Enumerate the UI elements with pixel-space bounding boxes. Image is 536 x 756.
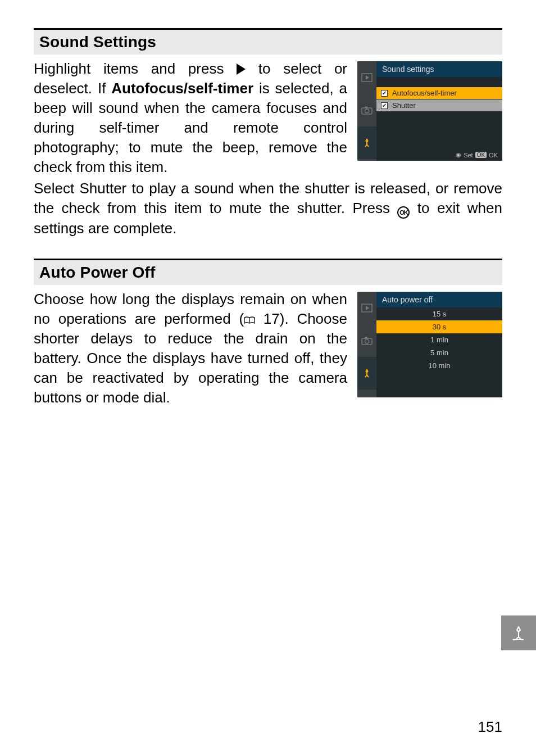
playback-tab-icon	[357, 61, 376, 94]
sound-option-autofocus: ✔ Autofocus/self-timer	[376, 87, 502, 99]
page-number: 151	[478, 718, 502, 736]
apo-option-selected: 30 s	[376, 320, 502, 333]
apo-option: 10 min	[376, 359, 502, 372]
apo-option: 15 s	[376, 307, 502, 320]
auto-power-off-heading: Auto Power Off	[34, 259, 502, 285]
apo-row: Choose how long the displays remain on w…	[34, 289, 502, 408]
svg-point-8	[365, 339, 369, 343]
ok-button-icon: OK	[397, 206, 410, 219]
auto-power-off-screenshot: Auto power off 15 s 30 s 1 min 5 min 10 …	[357, 292, 502, 397]
sound-option-shutter: ✔ Shutter	[376, 99, 502, 111]
apo-options-list: 15 s 30 s 1 min 5 min 10 min	[376, 307, 502, 397]
option-label: Autofocus/self-timer	[392, 89, 457, 97]
playback-tab-icon	[357, 292, 376, 324]
sound-settings-heading: Sound Settings	[34, 28, 502, 55]
text: Highlight items and press	[34, 60, 237, 77]
screenshot-title: Auto power off	[376, 292, 502, 307]
sound-row: Highlight items and press to select or d…	[34, 59, 502, 178]
set-label: Set	[464, 152, 473, 159]
svg-rect-9	[365, 337, 367, 338]
sound-options-list: ✔ Autofocus/self-timer ✔ Shutter	[376, 87, 502, 161]
apo-option: 5 min	[376, 346, 502, 359]
shooting-tab-icon	[357, 94, 376, 126]
manual-page: Sound Settings Highlight items and press…	[0, 0, 536, 756]
menu-tabs	[357, 61, 376, 161]
sound-paragraph-1: Highlight items and press to select or d…	[34, 59, 347, 178]
screenshot-title: Sound settings	[376, 61, 502, 77]
sound-paragraph-2: Select Shutter to play a sound when the …	[34, 179, 502, 238]
apo-paragraph: Choose how long the displays remain on w…	[34, 289, 347, 408]
option-label: Shutter	[392, 101, 416, 110]
dial-icon: ◉	[456, 151, 461, 159]
checkbox-icon: ✔	[381, 102, 388, 109]
setup-tab-icon	[357, 357, 376, 390]
svg-rect-4	[365, 107, 367, 108]
svg-marker-1	[366, 75, 369, 80]
shutter-bold: Shutter	[79, 180, 126, 197]
autofocus-bold: Autofocus/self-timer	[111, 80, 253, 97]
ok-badge-icon: OK	[475, 152, 487, 158]
text: Select	[34, 180, 79, 197]
shooting-tab-icon	[357, 324, 376, 357]
ok-label: OK	[489, 152, 498, 159]
svg-point-3	[365, 109, 369, 113]
screenshot-footer: ◉ Set OK OK	[456, 151, 498, 159]
setup-tab-icon	[357, 126, 376, 159]
sound-settings-screenshot: Sound settings ✔ Autofocus/self-timer ✔ …	[357, 61, 502, 161]
menu-tabs	[357, 292, 376, 397]
setup-section-tab-icon	[501, 615, 536, 650]
right-arrow-icon	[237, 64, 246, 75]
svg-point-11	[513, 639, 515, 641]
apo-option: 1 min	[376, 333, 502, 346]
checkbox-icon: ✔	[381, 90, 388, 97]
svg-marker-6	[366, 306, 369, 310]
book-icon	[244, 310, 255, 318]
